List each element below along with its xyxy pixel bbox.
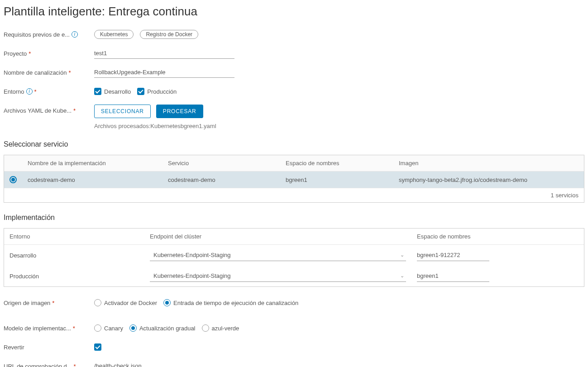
impl-env: Desarrollo — [4, 248, 144, 263]
processed-files-hint: Archivos procesados:Kubernetesbgreen1.ya… — [94, 123, 216, 129]
project-input[interactable] — [94, 48, 234, 59]
row-pipeline: Nombre de canalización * — [4, 67, 584, 78]
radio-selected-icon[interactable] — [10, 176, 17, 183]
col-endpoint[interactable]: Endpoint del clúster — [144, 229, 411, 244]
radio-icon — [163, 299, 171, 306]
section-select-service: Seleccionar servicio — [4, 140, 584, 148]
row-environment: Entorno i * Desarrollo Producción — [4, 86, 584, 97]
radio-rolling-update[interactable]: Actualización gradual — [129, 324, 196, 332]
impl-row: Producción Kubernetes-Endpoint-Staging ⌄ — [4, 266, 584, 286]
service-row[interactable]: codestream-demo codestream-demo bgreen1 … — [4, 172, 584, 188]
page-title: Plantilla inteligente: Entrega continua — [4, 5, 584, 19]
row-yaml: Archivos YAML de Kube... * SELECCIONAR P… — [4, 105, 584, 129]
row-deploy-model: Modelo de implementac... * Canary Actual… — [4, 322, 584, 334]
col-ns[interactable]: Espacio de nombres — [411, 229, 584, 244]
service-table-footer: 1 servicios — [4, 188, 584, 202]
impl-env: Producción — [4, 268, 144, 284]
col-service[interactable]: Servicio — [163, 155, 280, 171]
label-environment: Entorno i * — [4, 88, 94, 95]
namespace-input[interactable] — [417, 249, 489, 261]
label-prereq: Requisitos previos de e... i — [4, 31, 94, 38]
service-table: Nombre de la implementación Servicio Esp… — [4, 155, 584, 203]
label-image-origin: Origen de imagen * — [4, 300, 94, 306]
namespace-input[interactable] — [417, 270, 489, 282]
check-icon — [137, 88, 144, 95]
checkbox-revert[interactable] — [94, 343, 101, 351]
service-table-header: Nombre de la implementación Servicio Esp… — [4, 155, 584, 172]
health-url-input[interactable] — [94, 361, 234, 367]
radio-icon — [94, 299, 101, 306]
col-namespace[interactable]: Espacio de nombres — [280, 155, 393, 171]
label-deploy-model: Modelo de implementac... * — [4, 325, 94, 332]
col-name[interactable]: Nombre de la implementación — [22, 155, 163, 171]
radio-blue-green[interactable]: azul-verde — [202, 324, 239, 332]
impl-table: Entorno Endpoint del clúster Espacio de … — [4, 228, 584, 287]
radio-icon — [94, 324, 101, 332]
radio-docker-activator[interactable]: Activador de Docker — [94, 299, 157, 306]
info-icon[interactable]: i — [72, 31, 78, 38]
chip-kubernetes[interactable]: Kubernetes — [94, 30, 134, 39]
impl-table-header: Entorno Endpoint del clúster Espacio de … — [4, 229, 584, 245]
row-health-url: URL de comprobación d... * — [4, 360, 584, 367]
section-implementation: Implementación — [4, 214, 584, 222]
radio-icon — [202, 324, 209, 332]
chevron-down-icon: ⌄ — [400, 252, 404, 258]
row-image-origin: Origen de imagen * Activador de Docker E… — [4, 297, 584, 309]
info-icon[interactable]: i — [26, 88, 33, 95]
radio-pipeline-runtime[interactable]: Entrada de tiempo de ejecución de canali… — [163, 299, 298, 306]
select-button[interactable]: SELECCIONAR — [94, 105, 151, 118]
checkbox-produccion[interactable]: Producción — [137, 88, 177, 95]
col-image[interactable]: Imagen — [393, 155, 584, 171]
cluster-endpoint-select[interactable]: Kubernetes-Endpoint-Staging ⌄ — [150, 249, 406, 261]
checkbox-desarrollo[interactable]: Desarrollo — [94, 88, 131, 95]
check-icon — [94, 88, 101, 95]
pipeline-name-input[interactable] — [94, 67, 234, 78]
col-env[interactable]: Entorno — [4, 229, 144, 244]
label-yaml: Archivos YAML de Kube... * — [4, 105, 94, 114]
radio-canary[interactable]: Canary — [94, 324, 123, 332]
label-project: Proyecto * — [4, 50, 94, 57]
chevron-down-icon: ⌄ — [400, 273, 404, 279]
label-pipeline: Nombre de canalización * — [4, 69, 94, 76]
label-health-url: URL de comprobación d... * — [4, 363, 94, 367]
cluster-endpoint-select[interactable]: Kubernetes-Endpoint-Staging ⌄ — [150, 270, 406, 282]
row-revert: Revertir — [4, 341, 584, 353]
impl-row: Desarrollo Kubernetes-Endpoint-Staging ⌄ — [4, 245, 584, 266]
row-prereq: Requisitos previos de e... i Kubernetes … — [4, 29, 584, 40]
row-project: Proyecto * — [4, 48, 584, 59]
process-button[interactable]: PROCESAR — [156, 105, 203, 118]
label-revert: Revertir — [4, 344, 94, 351]
radio-icon — [129, 324, 137, 332]
chip-docker-registry[interactable]: Registro de Docker — [140, 30, 198, 39]
